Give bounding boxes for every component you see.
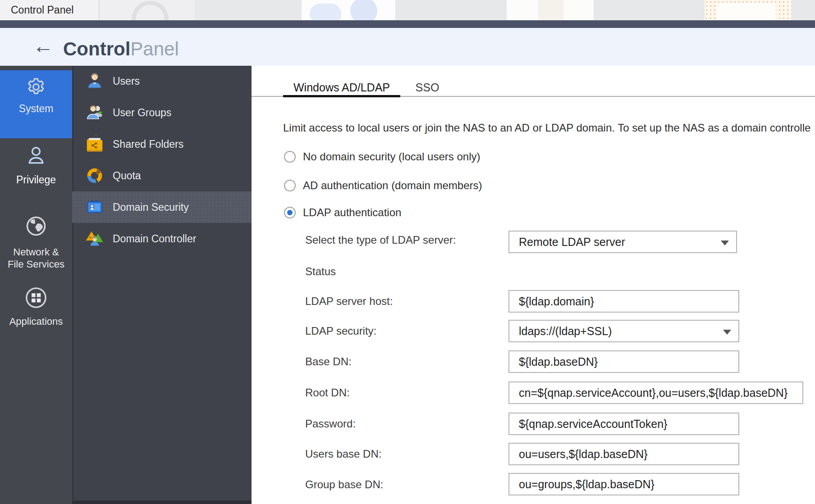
window-preview-thumbnail[interactable] (705, 0, 792, 20)
domain-controller-icon (85, 229, 105, 249)
sidebar-item-label-line1: Network & (0, 246, 72, 258)
field-value: ${qnap.serviceAccountToken} (519, 418, 667, 430)
applications-grid-icon[interactable] (0, 286, 72, 310)
menu-item-domain-security[interactable]: Domain Security (72, 191, 252, 223)
radio-label: LDAP authentication (303, 207, 401, 218)
field-value: ou=users,${ldap.baseDN} (519, 448, 648, 460)
control-panel-window: Control Panel ← ControlPanel System Priv… (0, 0, 815, 504)
field-label: Base DN: (305, 355, 352, 368)
taskbar-tab-label: Control Panel (0, 4, 73, 16)
radio-no-domain-security[interactable] (284, 151, 296, 163)
field-label: Password: (305, 418, 356, 430)
menu-item-user-groups[interactable]: User Groups (72, 97, 252, 128)
field-label: LDAP server host: (305, 295, 393, 308)
page-title: ControlPanel (63, 37, 179, 61)
field-label: Users base DN: (305, 448, 381, 460)
shared-folders-icon (85, 134, 105, 154)
page-title-light: Panel (130, 38, 179, 59)
menu-item-shared-folders[interactable]: Shared Folders (72, 128, 252, 160)
sidebar-bottom-strip (72, 500, 252, 504)
gear-icon[interactable] (0, 76, 72, 98)
ldap-type-select[interactable]: Remote LDAP server (508, 231, 737, 253)
window-preview-thumbnail[interactable] (507, 0, 594, 20)
radio-ldap-authentication[interactable] (284, 207, 296, 218)
active-tab-underline (283, 95, 400, 97)
ldap-server-host-input[interactable]: ${ldap.domain} (508, 290, 739, 313)
person-icon[interactable] (0, 143, 72, 168)
tab-windows-ad-ldap[interactable]: Windows AD/LDAP (283, 80, 400, 95)
menu-item-label: Users (113, 75, 140, 87)
status-label: Status (305, 265, 336, 278)
domain-security-badge-icon (85, 197, 105, 217)
ldap-type-value: Remote LDAP server (519, 236, 625, 248)
field-label: LDAP security: (305, 325, 376, 337)
chevron-down-icon (723, 330, 731, 335)
radio-label: No domain security (local users only) (303, 151, 480, 163)
users-icon (85, 71, 105, 91)
menu-item-label: User Groups (113, 107, 171, 119)
field-label: Group base DN: (305, 478, 383, 491)
group-base-dn-input[interactable]: ou=groups,${ldap.baseDN} (508, 473, 739, 495)
field-value: ou=groups,${ldap.baseDN} (519, 478, 655, 490)
window-preview-thumbnail[interactable] (302, 0, 395, 20)
password-input[interactable]: ${qnap.serviceAccountToken} (508, 413, 739, 435)
sidebar-item-label-line2: File Services (0, 258, 72, 270)
taskbar-strip: Control Panel (0, 0, 815, 20)
globe-icon[interactable] (0, 214, 72, 238)
menu-item-label: Domain Controller (113, 233, 196, 245)
user-groups-icon (85, 103, 105, 123)
menu-item-label: Shared Folders (113, 138, 183, 150)
menu-item-label: Quota (113, 170, 141, 182)
title-divider-bar (0, 20, 815, 28)
page-title-bold: Control (63, 38, 130, 59)
window-preview-thumbnail[interactable] (100, 0, 195, 20)
root-dn-input[interactable]: cn=${qnap.serviceAccount},ou=users,${lda… (508, 381, 803, 404)
chevron-down-icon (721, 241, 729, 245)
quota-pie-icon (85, 166, 105, 186)
app-header: ← ControlPanel (0, 28, 815, 66)
ldap-security-select[interactable]: ldaps://(ldap+SSL) (508, 320, 739, 342)
sidebar-item-system[interactable]: System (0, 103, 72, 115)
menu-item-quota[interactable]: Quota (72, 160, 252, 191)
tab-sso[interactable]: SSO (405, 80, 450, 95)
domain-security-description: Limit access to local users or join the … (283, 122, 815, 135)
menu-item-label: Domain Security (113, 201, 189, 213)
field-value: cn=${qnap.serviceAccount},ou=users,${lda… (519, 386, 788, 399)
back-arrow-icon[interactable]: ← (30, 32, 57, 60)
taskbar-tab-control-panel[interactable]: Control Panel (0, 0, 99, 20)
field-value: ${ldap.baseDN} (519, 355, 598, 368)
radio-label: AD authentication (domain members) (303, 180, 482, 191)
menu-item-domain-controller[interactable]: Domain Controller (72, 223, 252, 254)
radio-ad-authentication[interactable] (284, 180, 296, 191)
base-dn-input[interactable]: ${ldap.baseDN} (508, 350, 739, 373)
sidebar-item-privilege[interactable]: Privilege (0, 174, 72, 186)
field-value: ldaps://(ldap+SSL) (519, 325, 612, 337)
sidebar-item-network-file-services[interactable]: Network & File Services (0, 246, 72, 270)
sidebar-item-applications[interactable]: Applications (0, 316, 72, 327)
menu-item-users[interactable]: Users (72, 65, 252, 97)
ldap-type-label: Select the type of LDAP server: (305, 234, 456, 246)
users-base-dn-input[interactable]: ou=users,${ldap.baseDN} (508, 443, 739, 465)
field-label: Root DN: (305, 386, 350, 399)
field-value: ${ldap.domain} (519, 295, 594, 308)
